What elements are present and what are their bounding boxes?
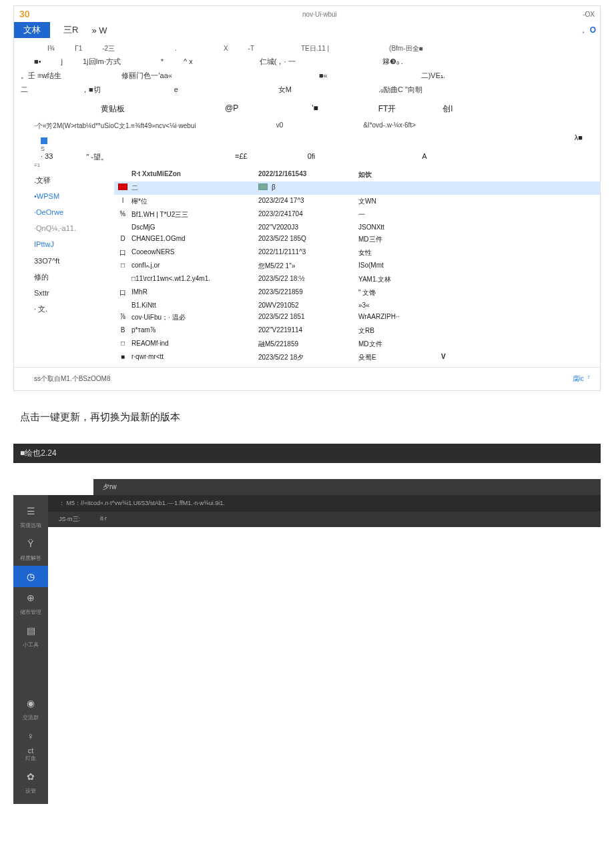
col-name[interactable]: R·t XxtuMiEZon [131,170,258,179]
qa-dot[interactable]: '■ [312,103,318,115]
menu-icon[interactable]: ☰ [13,500,48,522]
side-label: 储市管理 [13,608,48,620]
eq1-marker: ≡1 [14,162,600,168]
qa-open[interactable]: FT开 [378,103,396,115]
side-label: 交流群 [13,714,48,725]
qa-clipboard[interactable]: 黄贴板 [101,103,125,115]
path-text: ·个«芳2M(W>rtab¼d**uSioC文1.≡¾ft49»ncv<¼i·w… [34,121,196,131]
lambda-icon: λ■ [575,133,583,141]
status-bar: ss个取自M1.个BSzOOM8 腐ic『 [14,367,600,390]
blue-square-icon [41,137,47,144]
w2-body: ☰ 英债选项 Ϋ 程度解答 ◷ ⊕ 储市管理 ▤ 小工具 ◉ 交流群 ♀ct 灯… [13,495,601,804]
file-area: .文驿 •WPSM ·OeOrwe ·QnQ¼,·a11. IPttwJ 33O… [14,168,600,364]
side-label: 设管 [13,787,48,799]
table-row[interactable]: 口IMhR2023/5/221859" 文馋 [114,286,600,300]
table-row[interactable]: DCHANGE1.OGmd2023/5/22 185QMD三件 [114,233,600,246]
side-label: 灯血 [13,755,48,766]
ribbon-row-2: ■• j 1j回Im·方式 * ^ x 仁城(，· 一 簃❸₀ . [21,55,593,69]
sidebar-item[interactable]: ·QnQ¼,·a11. [34,220,111,236]
chat-icon[interactable]: ◉ [13,693,48,714]
sidebar-item[interactable]: IPttwJ [34,236,111,252]
w2-subbar: 夕rw [93,479,601,495]
sidebar-nav: .文驿 •WPSM ·OeOrwe ·QnQ¼,·a11. IPttwJ 33O… [14,168,114,364]
file-browser-window: 30 nov·Ui·wbui -OX 文林 三R » W ， O I¾ Γ1 -… [13,5,601,391]
file-table: R·t XxtuMiEZon 2022/12/161543 如饮 二 β l櫸*… [114,168,600,364]
opt-a[interactable]: JS·m三: [59,515,80,524]
address-bar[interactable]: ·个«芳2M(W>rtab¼d**uSioC文1.≡¾ft49»ncv<¼i·w… [14,119,600,133]
table-row[interactable]: 口CooeowNERS2022/11/2111^3女性 [114,246,600,260]
w2-main: ： M5：//«itcod«.n·t^vw¾i1.U6S3/stAb1.·--·… [48,495,601,804]
col-date[interactable]: 2022/12/161543 [258,170,358,179]
table-row[interactable]: □confIₙ.j,or您M5/22 1''»ISo(Mmt [114,260,600,273]
tune-icon[interactable]: Ϋ [13,533,48,554]
tab-secondary-a[interactable]: 三R [63,24,78,36]
w2-sidebar: ☰ 英债选项 Ϋ 程度解答 ◷ ⊕ 储市管理 ▤ 小工具 ◉ 交流群 ♀ct 灯… [13,495,48,804]
tool-icon[interactable]: ▤ [13,620,48,641]
flag-green-icon [258,183,268,193]
row-tail: V [441,353,446,362]
flag-cn-icon [114,183,131,193]
w2-option-bar: JS·m三: it·r [48,512,601,527]
titlebar: 30 nov·Ui·wbui -OX [14,6,600,22]
refresh-button[interactable]: ， O [579,25,596,36]
table-row[interactable]: ⅝Bf1.WH | T*U2三三2023/2/241704一 [114,208,600,222]
ribbon-row-1: I¾ Γ1 -2三 . X -T TE日.11 | (Bfm-田全■ [21,42,593,55]
path-mid: v0 [276,121,284,131]
checkbox-icon: 口 [114,248,131,258]
bulb-icon[interactable]: ♀ [13,725,48,747]
side-label: 程度解答 [13,554,48,566]
side-label: 小工具 [13,641,48,653]
status-left: ss个取自M1.个BSzOOM8 [34,374,110,384]
qa-new[interactable]: 创l [442,103,452,115]
opt-b[interactable]: it·r [100,515,107,524]
table-row[interactable]: Bp*тam⅞202''V2219114文RB [114,324,600,338]
table-header[interactable]: R·t XxtuMiEZon 2022/12/161543 如饮 [114,168,600,181]
table-row[interactable]: □REAOMf·ind融M5/221859MD文件 [114,338,600,351]
sub-row: · 33 " -望。 =££ 0fi A [14,152,600,162]
sidebar-item[interactable]: ·OeOrwe [34,204,111,220]
clock-icon[interactable]: ◷ [13,566,48,587]
qa-p[interactable]: @P [225,103,238,115]
sidebar-item[interactable]: 33O7^ft [34,253,111,269]
ribbon-row-3: 。壬 ≡w结生 修丽门色一'aa« ■« 二)VE₁. [21,69,593,83]
status-right[interactable]: 腐ic『 [573,374,591,384]
sidebar-item[interactable]: .文驿 [34,172,111,188]
side-label: 英债选项 [13,522,48,533]
table-row[interactable]: □11\rcr11wn<.wt1.2.y4m1.2023/5/22 18:½YA… [114,273,600,286]
window-controls[interactable]: -OX [583,11,595,18]
gear-icon[interactable]: ✿ [13,766,48,787]
cube-icon[interactable]: ⊕ [13,587,48,608]
breadcrumb: nov·Ui·wbui [57,11,583,18]
ribbon-row-4: 二 ，■切 e 女M .₀励曲C "向朝 [21,83,593,97]
w2-titlebar: ■绘也2.24 [13,444,601,463]
table-row[interactable]: l櫸*位2023/2/24 17^3文WN [114,195,600,208]
sidebar-item[interactable]: 修的 [34,269,111,285]
w2-canvas [48,527,601,741]
table-row[interactable]: DscMjG202''V2020J3JSONXtt [114,222,600,233]
tab-active[interactable]: 文林 [14,22,50,38]
sidebar-item[interactable]: Sxttr [34,285,111,301]
sidebar-item[interactable]: · 文. [34,301,111,317]
title-number: 30 [19,9,30,19]
table-row[interactable]: B1.KiNtt20WV291052»3« [114,300,600,311]
dark-app-window: ■绘也2.24 夕rw ☰ 英债选项 Ϋ 程度解答 ◷ ⊕ 储市管理 ▤ 小工具… [13,444,601,804]
table-row[interactable]: ⅞cov·UiFbu；· 温必2023/5/22 1851WrAARZIPH·· [114,311,600,324]
s-marker: S [14,145,600,152]
w2-path-bar[interactable]: ： M5：//«itcod«.n·t^vw¾i1.U6S3/stAb1.·--·… [48,495,601,512]
tab-bar: 文林 三R » W ， O [14,22,600,41]
table-row[interactable]: ■r·qwr·mr<tt2023/5/22 18夕殳蜀EV [114,351,600,364]
path-right: &I*ovd-.w·¼x·6ft> [363,121,416,131]
tab-secondary-b[interactable]: » W [91,25,107,35]
table-row-selected[interactable]: 二 β [114,181,600,195]
ribbon-toolbar: I¾ Γ1 -2三 . X -T TE日.11 | (Bfm-田全■ ■• j … [14,41,600,99]
sidebar-item[interactable]: •WPSM [34,188,111,204]
col-type[interactable]: 如饮 [358,170,438,179]
instruction-text: 点击一键更新，再切换为最新的版本 [0,391,614,437]
quick-access-row: 黄贴板 @P '■ FT开 创l [14,99,600,119]
